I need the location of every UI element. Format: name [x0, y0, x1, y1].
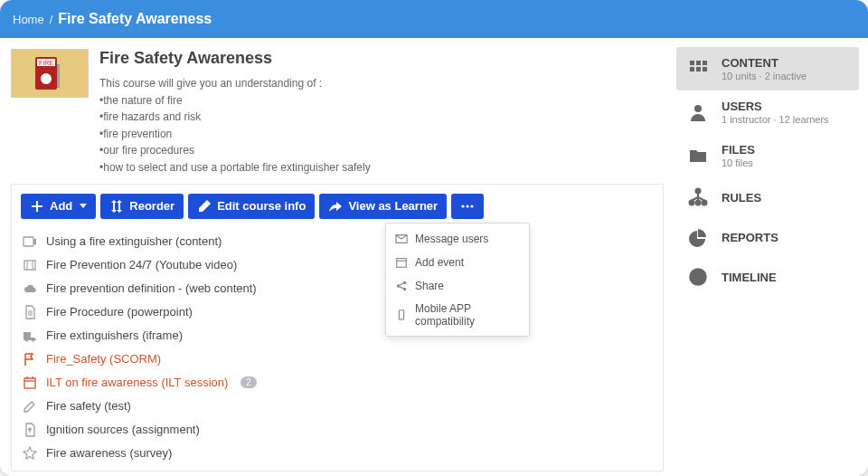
svg-point-23: [696, 189, 701, 194]
share-icon: [395, 279, 408, 293]
sidebar-item-users[interactable]: USERS1 instructor · 12 learners: [676, 90, 859, 134]
svg-point-7: [467, 205, 469, 207]
breadcrumb-home[interactable]: Home: [13, 13, 44, 26]
course-bullet: •the nature of fire: [99, 92, 371, 109]
view-label: View as Learner: [348, 199, 438, 213]
more-button[interactable]: [451, 194, 484, 219]
sidebar-title: REPORTS: [722, 231, 778, 244]
reorder-button[interactable]: Reorder: [100, 194, 184, 219]
unit-row[interactable]: Fire Prevention 24/7 (Youtube video): [21, 253, 654, 277]
breadcrumb-sep: /: [50, 13, 53, 26]
calendar-icon: [395, 255, 408, 270]
video-icon: [23, 234, 37, 249]
svg-point-13: [403, 287, 407, 290]
unit-row[interactable]: ILT on fire awareness (ILT session)2: [21, 371, 654, 395]
sidebar-item-content[interactable]: CONTENT10 units · 2 inactive: [676, 47, 859, 90]
menu-share[interactable]: Share: [386, 274, 529, 298]
unit-row[interactable]: Ignition sources (assignment): [21, 418, 654, 442]
menu-add-event[interactable]: Add event: [386, 251, 529, 274]
course-description: This course will give you an understandi…: [99, 75, 371, 176]
files-icon: [685, 145, 711, 167]
unit-label: Fire Procedure (powerpoint): [46, 305, 193, 319]
course-bullet: •fire prevention: [99, 126, 371, 143]
svg-point-6: [462, 205, 465, 207]
edit-course-button[interactable]: Edit course info: [188, 194, 315, 219]
svg-text:FIRE: FIRE: [39, 60, 53, 66]
cloud-icon: [23, 281, 37, 296]
unit-label: Fire safety (test): [46, 399, 131, 413]
docup-icon: [23, 423, 37, 437]
unit-row[interactable]: Fire_Safety (SCORM): [21, 347, 654, 371]
menu-mobile-compat[interactable]: Mobile APP compatibility: [386, 298, 529, 332]
unit-label: Fire extinguishers (iframe): [46, 328, 183, 342]
unit-row[interactable]: Fire prevention definition - (web conten…: [21, 277, 654, 300]
content-panel: Add Reorder Edit course info View as Lea…: [11, 184, 664, 471]
view-as-learner-button[interactable]: View as Learner: [319, 194, 447, 219]
svg-rect-5: [57, 64, 60, 88]
unit-label: Ignition sources (assignment): [46, 423, 200, 436]
unit-label: Using a fire extinguisher (content): [46, 234, 222, 248]
film-icon: [23, 258, 37, 272]
add-button[interactable]: Add: [21, 194, 96, 219]
course-thumbnail: FIRE: [11, 49, 89, 98]
svg-point-11: [397, 284, 401, 288]
unit-row[interactable]: Using a fire extinguisher (content): [21, 230, 654, 253]
sidebar-item-files[interactable]: FILES10 files: [676, 134, 859, 177]
main-column: FIRE Fire Safety Awareness This course w…: [0, 38, 673, 476]
svg-point-15: [401, 317, 401, 318]
svg-rect-17: [696, 61, 701, 65]
more-menu: Message users Add event Share Mobil: [385, 223, 530, 337]
course-header: FIRE Fire Safety Awareness This course w…: [11, 49, 664, 176]
sidebar-title: USERS: [722, 100, 829, 113]
unit-row[interactable]: Fire Procedure (powerpoint): [21, 300, 654, 324]
doc-icon: [23, 305, 37, 319]
sidebar-item-timeline[interactable]: TIMELINE: [676, 257, 859, 297]
unit-label: Fire prevention definition - (web conten…: [46, 281, 257, 295]
course-intro: This course will give you an understandi…: [99, 75, 371, 92]
unit-label: ILT on fire awareness (ILT session): [46, 376, 228, 389]
svg-rect-20: [696, 67, 701, 71]
menu-label: Add event: [415, 256, 464, 269]
svg-point-8: [471, 205, 474, 207]
sidebar-sub: 10 files: [722, 157, 755, 168]
sidebar-title: FILES: [722, 143, 755, 157]
svg-rect-18: [703, 61, 707, 65]
unit-row[interactable]: Fire extinguishers (iframe): [21, 324, 654, 347]
mobile-icon: [395, 308, 408, 322]
truck-icon: [23, 328, 37, 343]
reorder-label: Reorder: [129, 199, 175, 213]
users-icon: [685, 101, 711, 123]
edit-label: Edit course info: [217, 199, 306, 213]
star-icon: [23, 446, 37, 461]
sidebar-item-rules[interactable]: RULES: [676, 177, 859, 217]
svg-point-12: [403, 281, 407, 284]
sidebar-title: CONTENT: [722, 56, 807, 70]
course-bullet: •our fire procedures: [99, 142, 371, 159]
toolbar: Add Reorder Edit course info View as Lea…: [21, 194, 654, 219]
unit-label: Fire awareness (survey): [46, 446, 172, 460]
chevron-down-icon: [80, 204, 87, 208]
unit-row[interactable]: Fire awareness (survey): [21, 442, 654, 465]
sidebar-title: TIMELINE: [722, 271, 777, 284]
unit-label: Fire_Safety (SCORM): [46, 352, 161, 366]
svg-rect-21: [703, 67, 707, 71]
sidebar-title: RULES: [722, 191, 761, 205]
menu-label: Share: [415, 280, 444, 292]
menu-label: Mobile APP compatibility: [415, 302, 520, 328]
menu-message-users[interactable]: Message users: [386, 227, 529, 251]
unit-row[interactable]: Fire safety (test): [21, 395, 654, 418]
content-icon: [685, 58, 711, 80]
svg-rect-9: [397, 258, 407, 267]
course-title: Fire Safety Awareness: [99, 49, 371, 68]
pencil-icon: [197, 199, 212, 214]
svg-point-25: [696, 201, 701, 205]
sidebar: CONTENT10 units · 2 inactiveUSERS1 instr…: [673, 38, 868, 476]
ellipsis-icon: [460, 199, 475, 214]
add-label: Add: [50, 199, 72, 213]
sidebar-item-reports[interactable]: REPORTS: [676, 217, 859, 257]
svg-point-4: [41, 73, 52, 84]
envelope-icon: [395, 232, 408, 246]
svg-point-26: [703, 201, 707, 205]
reports-icon: [685, 226, 711, 248]
reorder-icon: [109, 199, 124, 214]
